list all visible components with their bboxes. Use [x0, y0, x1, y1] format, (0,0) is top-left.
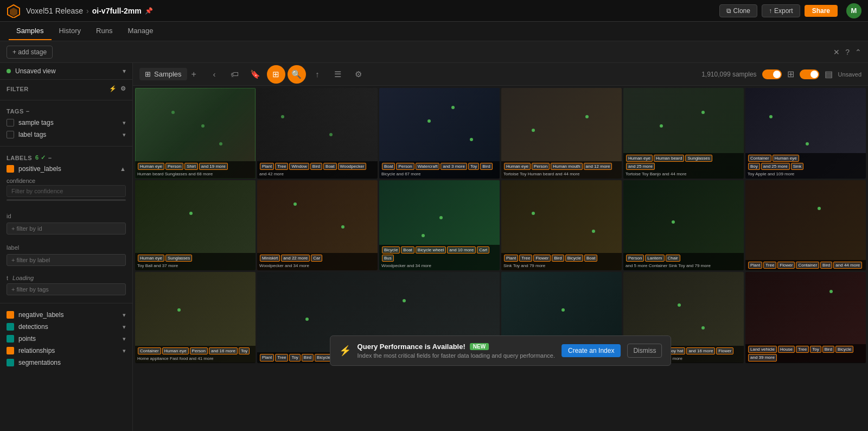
- grid-cell-8[interactable]: BicycleBoatBicycle wheeland 10 moreCartB…: [379, 180, 500, 271]
- collapse-icon[interactable]: ⌃: [855, 48, 861, 56]
- view-toggle-1[interactable]: [762, 69, 782, 79]
- app-logo[interactable]: [7, 4, 21, 18]
- toast-content: Query Performance is Available! NEW Inde…: [358, 343, 555, 359]
- add-stage-button[interactable]: + add stage: [7, 46, 53, 59]
- table-view-button[interactable]: ▤: [825, 69, 833, 79]
- stagebar: + add stage ✕ ? ⌃: [0, 41, 868, 63]
- collapse-tags-icon[interactable]: −: [26, 108, 30, 115]
- filter-section: FILTER ⚡ ⚙: [0, 80, 132, 98]
- points-row: points ▾: [7, 333, 126, 345]
- grid-cell-10[interactable]: PersonLanternChair and 5 more Container …: [623, 180, 744, 271]
- grid-cell-9[interactable]: PlantTreeFlowerBirdBicycleBoat Sink Toy …: [501, 180, 622, 271]
- label-button[interactable]: 🔖: [246, 65, 265, 84]
- relationships-label: relationships: [18, 347, 123, 354]
- grid-cell-1[interactable]: PlantTreeWindowBirdBoatWoodpecker and 42…: [257, 88, 378, 179]
- dismiss-button[interactable]: Dismiss: [627, 344, 662, 358]
- close-icon[interactable]: ✕: [833, 48, 840, 56]
- grid-cell-4[interactable]: Human eyeHuman beardSunglassesand 25 mor…: [623, 88, 744, 179]
- label-tags-checkbox[interactable]: [7, 131, 14, 138]
- image-grid-area: Human eyePersonShirtand 19 more Human be…: [133, 86, 868, 431]
- clone-button[interactable]: ⧉ Clone: [719, 4, 757, 17]
- grid-view-button[interactable]: ⊞: [787, 69, 794, 79]
- tab-samples[interactable]: Samples: [9, 22, 52, 40]
- avatar[interactable]: M: [846, 3, 861, 18]
- points-checkbox[interactable]: [7, 335, 14, 343]
- view-status-dot: [7, 69, 11, 73]
- grid-cell-11[interactable]: PlantTreeFlowerContainerBirdand 44 more: [745, 180, 866, 271]
- id-label: id: [7, 212, 126, 220]
- sort-button[interactable]: ↑: [308, 65, 327, 84]
- gear-icon[interactable]: ⚙: [120, 85, 126, 92]
- relationships-checkbox[interactable]: [7, 347, 14, 354]
- label-tags-chevron[interactable]: ▾: [123, 131, 126, 138]
- positive-labels-color: [7, 165, 14, 173]
- sample-tags-checkbox[interactable]: [7, 119, 14, 126]
- svg-marker-1: [10, 8, 17, 16]
- nav-tabs: Samples History Runs Manage: [0, 22, 868, 41]
- grid-cell-2[interactable]: BoatPersonWatercraftand 3 moreToyBird Bi…: [379, 88, 500, 179]
- segmentations-label: segmentations: [18, 359, 126, 366]
- lightning-icon: ⚡: [109, 85, 117, 92]
- negative-labels-chevron[interactable]: ▾: [123, 312, 126, 319]
- id-filter-input[interactable]: [7, 223, 126, 234]
- image-grid: Human eyePersonShirtand 19 more Human be…: [135, 88, 866, 363]
- labels-section: LABELS 6 ✓ − positive_labels ▲ confidenc…: [0, 149, 132, 208]
- tag-button[interactable]: 🏷: [226, 65, 244, 84]
- grid-cell-6[interactable]: Human eyeSunglasses Toy Ball and 37 more: [135, 180, 256, 271]
- tab-runs[interactable]: Runs: [88, 22, 120, 40]
- label-filter-input[interactable]: [7, 254, 126, 266]
- detections-chevron[interactable]: ▾: [123, 324, 126, 331]
- grid-cell-3[interactable]: Human eyePersonHuman mouthand 12 more To…: [501, 88, 622, 179]
- content-toolbar: ⊞ Samples + ‹ 🏷 🔖 ⊞ 🔍 ↑ ☰ ⚙ 1,910,099 sa…: [133, 63, 868, 86]
- filter-button[interactable]: ⊞: [267, 65, 285, 84]
- view-selector[interactable]: Unsaved view ▾: [0, 63, 132, 80]
- segmentations-checkbox[interactable]: [7, 359, 14, 366]
- grid-cell-7[interactable]: Miniskirtand 22 moreCar Woodpecker and 3…: [257, 180, 378, 271]
- unsaved-label: Unsaved: [838, 71, 861, 78]
- label-field-label: label: [7, 243, 126, 252]
- search-button[interactable]: 🔍: [288, 65, 306, 84]
- settings-button[interactable]: ⚙: [349, 65, 368, 84]
- share-button[interactable]: Share: [805, 5, 838, 17]
- tab-history[interactable]: History: [52, 22, 88, 40]
- tags-filter-input[interactable]: [7, 283, 126, 295]
- toolbar-icons: ‹ 🏷 🔖 ⊞ 🔍 ↑ ☰ ⚙: [205, 65, 368, 84]
- relationships-chevron[interactable]: ▾: [123, 347, 126, 354]
- view-label: Unsaved view: [15, 67, 123, 75]
- sample-tags-chevron[interactable]: ▾: [123, 119, 126, 126]
- query-performance-toast: ⚡ Query Performance is Available! NEW In…: [330, 335, 672, 366]
- back-button[interactable]: ‹: [205, 65, 224, 84]
- collapse-labels-icon[interactable]: −: [48, 155, 52, 161]
- grid-cell-0[interactable]: Human eyePersonShirtand 19 more Human be…: [135, 88, 256, 179]
- grid-cell-16[interactable]: Land vehicleHouseTreeToyBirdBicycleand 3…: [745, 272, 866, 363]
- negative-labels-checkbox[interactable]: [7, 311, 14, 319]
- grid-icon: ⊞: [145, 70, 151, 78]
- positive-labels-row: positive_labels ▲: [7, 163, 126, 174]
- list-button[interactable]: ☰: [329, 65, 347, 84]
- negative-labels-row: negative_labels ▾: [7, 309, 126, 321]
- confidence-input[interactable]: [7, 185, 126, 197]
- help-icon[interactable]: ?: [845, 48, 850, 56]
- tags-section-label: TAGS: [7, 108, 24, 115]
- detections-checkbox[interactable]: [7, 323, 14, 331]
- tags-filter-section: t Loading: [0, 271, 132, 301]
- grid-cell-12[interactable]: ContainerHuman eyePersonand 16 moreToy H…: [135, 272, 256, 363]
- tab-row: ⊞ Samples +: [139, 68, 196, 80]
- content-area: ⊞ Samples + ‹ 🏷 🔖 ⊞ 🔍 ↑ ☰ ⚙ 1,910,099 sa…: [133, 63, 868, 431]
- export-icon: ↑: [769, 7, 772, 15]
- add-tab-button[interactable]: +: [192, 69, 196, 79]
- negative-labels-label: negative_labels: [18, 311, 123, 319]
- toast-new-badge: NEW: [470, 343, 489, 350]
- topbar: Voxel51 Release › oi-v7full-2mm 📌 ⧉ Clon…: [0, 0, 868, 22]
- tab-manage[interactable]: Manage: [120, 22, 161, 40]
- toast-description: Index the most critical fields for faste…: [358, 352, 555, 359]
- dataset-name[interactable]: oi-v7full-2mm: [92, 7, 142, 15]
- view-toggle-2[interactable]: [800, 69, 819, 79]
- positive-labels-chevron[interactable]: ▲: [120, 166, 126, 172]
- sidebar: Unsaved view ▾ FILTER ⚡ ⚙ TAGS − sample …: [0, 63, 133, 431]
- grid-cell-5[interactable]: ContainerHuman eye Boyand 25 moreSink To…: [745, 88, 866, 179]
- export-button[interactable]: ↑ Export: [762, 4, 800, 17]
- samples-tab[interactable]: ⊞ Samples: [139, 68, 187, 80]
- points-chevron[interactable]: ▾: [123, 335, 126, 343]
- create-index-button[interactable]: Create an Index: [561, 344, 621, 357]
